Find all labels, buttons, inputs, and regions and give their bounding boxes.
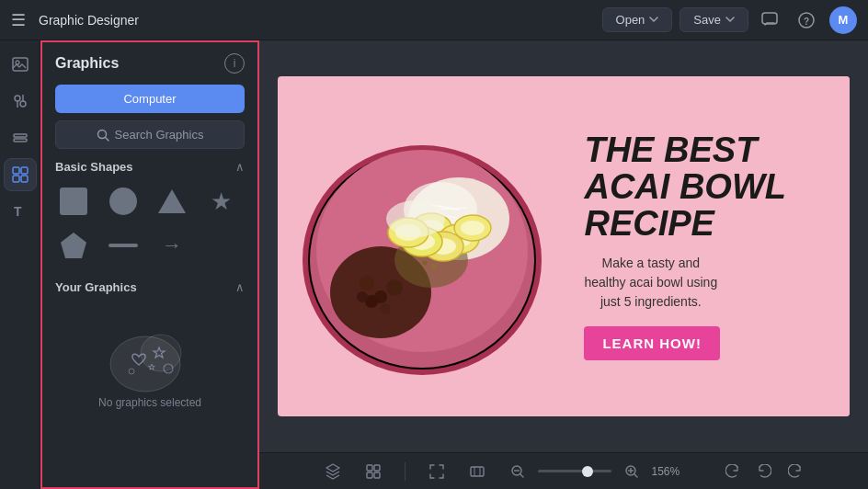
- graphics-placeholder: No graphics selected: [55, 303, 245, 418]
- svg-point-34: [360, 276, 374, 290]
- shapes-grid: ★ →: [55, 183, 245, 264]
- svg-rect-12: [21, 167, 28, 174]
- zoom-thumb[interactable]: [582, 466, 593, 477]
- expand-icon[interactable]: [424, 459, 450, 484]
- sidebar-icon-graphics[interactable]: [4, 158, 37, 191]
- your-graphics-header: Your Graphics ∧: [55, 280, 245, 294]
- save-button[interactable]: Save: [680, 7, 748, 32]
- layers-icon[interactable]: [320, 459, 346, 484]
- svg-point-4: [16, 61, 19, 64]
- svg-line-66: [520, 474, 523, 477]
- svg-rect-9: [14, 134, 27, 137]
- avatar[interactable]: M: [829, 6, 857, 34]
- grid-icon[interactable]: [360, 459, 386, 484]
- panel-actions: Computer Search Graphics: [42, 79, 257, 156]
- sidebar-icon-image[interactable]: [4, 48, 37, 81]
- svg-rect-62: [374, 472, 380, 478]
- help-icon[interactable]: ?: [793, 6, 820, 34]
- search-graphics-label: Search Graphics: [115, 128, 204, 142]
- svg-point-6: [20, 101, 26, 107]
- resize-icon[interactable]: [464, 459, 490, 484]
- banner-left: [278, 76, 575, 416]
- topbar-right: ? M: [756, 6, 857, 34]
- basic-shapes-header: Basic Shapes ∧: [55, 160, 245, 174]
- graphics-blob-icon: [104, 318, 196, 396]
- svg-text:T: T: [14, 204, 22, 219]
- chat-icon[interactable]: [756, 6, 783, 34]
- panel-header: Graphics i: [42, 42, 257, 79]
- svg-point-36: [386, 279, 403, 296]
- acai-bowl-svg: [280, 90, 574, 403]
- svg-point-19: [141, 335, 181, 371]
- shape-pentagon[interactable]: [55, 227, 92, 264]
- bottombar: 156%: [259, 452, 868, 489]
- sidebar-icon-text[interactable]: T: [4, 195, 37, 228]
- svg-point-39: [357, 291, 368, 302]
- your-graphics-section: Your Graphics ∧ No gra: [42, 277, 257, 422]
- svg-point-57: [461, 221, 485, 235]
- rotate-icon[interactable]: [720, 459, 746, 484]
- svg-line-70: [634, 474, 637, 477]
- shape-line[interactable]: [105, 227, 142, 264]
- svg-point-38: [380, 303, 391, 314]
- shape-arrow[interactable]: →: [154, 227, 190, 264]
- svg-rect-10: [14, 139, 27, 142]
- svg-rect-61: [367, 472, 372, 478]
- shape-square[interactable]: [55, 183, 92, 220]
- svg-rect-0: [762, 13, 777, 24]
- icon-sidebar: T: [0, 40, 40, 489]
- search-graphics-button[interactable]: Search Graphics: [55, 120, 245, 149]
- svg-point-5: [15, 96, 20, 101]
- your-graphics-title: Your Graphics: [55, 280, 137, 294]
- zoom-controls: 156%: [505, 459, 687, 484]
- redo-icon[interactable]: [782, 459, 808, 484]
- basic-shapes-section: Basic Shapes ∧ ★: [42, 156, 257, 277]
- svg-line-17: [105, 137, 108, 141]
- no-graphics-text: No graphics selected: [98, 396, 201, 409]
- topbar: ☰ Graphic Designer Open Save ? M: [0, 0, 868, 40]
- shape-triangle[interactable]: [154, 183, 190, 220]
- sidebar-icon-filter[interactable]: [4, 85, 37, 118]
- banner-subtext: Make a tasty andhealthy acai bowl usingj…: [584, 254, 717, 312]
- svg-rect-14: [21, 176, 28, 182]
- zoom-out-icon[interactable]: [505, 459, 531, 484]
- menu-icon[interactable]: ☰: [11, 10, 26, 30]
- canvas-image: THE BEST ACAI BOWL RECIPE Make a tasty a…: [278, 76, 850, 416]
- your-graphics-chevron[interactable]: ∧: [235, 280, 245, 294]
- banner-right: THE BEST ACAI BOWL RECIPE Make a tasty a…: [575, 76, 850, 416]
- shape-star[interactable]: ★: [203, 183, 240, 220]
- main-area: T Graphics i Computer Search Graphics Ba…: [0, 40, 868, 489]
- svg-point-45: [431, 264, 437, 269]
- canvas-area: THE BEST ACAI BOWL RECIPE Make a tasty a…: [259, 40, 868, 489]
- banner-headline: THE BEST ACAI BOWL RECIPE: [584, 132, 786, 243]
- undo-icon[interactable]: [751, 459, 777, 484]
- basic-shapes-chevron[interactable]: ∧: [235, 160, 245, 174]
- svg-text:?: ?: [804, 16, 809, 26]
- graphics-panel: Graphics i Computer Search Graphics Basi…: [40, 40, 259, 489]
- zoom-percent: 156%: [652, 465, 687, 478]
- info-icon[interactable]: i: [224, 53, 245, 74]
- svg-rect-13: [13, 176, 19, 182]
- zoom-in-icon[interactable]: [619, 459, 645, 484]
- svg-point-44: [422, 261, 427, 266]
- svg-point-58: [386, 200, 445, 237]
- shape-circle[interactable]: [105, 183, 142, 220]
- sidebar-icon-layers[interactable]: [4, 121, 37, 154]
- zoom-track[interactable]: [538, 470, 611, 472]
- svg-rect-60: [374, 465, 380, 471]
- app-title: Graphic Designer: [39, 13, 595, 28]
- svg-rect-63: [471, 467, 484, 476]
- svg-rect-59: [367, 465, 372, 471]
- svg-rect-11: [13, 167, 19, 174]
- basic-shapes-title: Basic Shapes: [55, 160, 133, 174]
- banner-cta-button[interactable]: LEARN HOW!: [584, 326, 720, 360]
- svg-rect-3: [13, 58, 28, 71]
- panel-title: Graphics: [55, 55, 119, 72]
- open-button[interactable]: Open: [602, 7, 673, 32]
- undo-redo: [720, 459, 808, 484]
- canvas-workspace[interactable]: THE BEST ACAI BOWL RECIPE Make a tasty a…: [259, 40, 868, 452]
- computer-button[interactable]: Computer: [55, 85, 245, 113]
